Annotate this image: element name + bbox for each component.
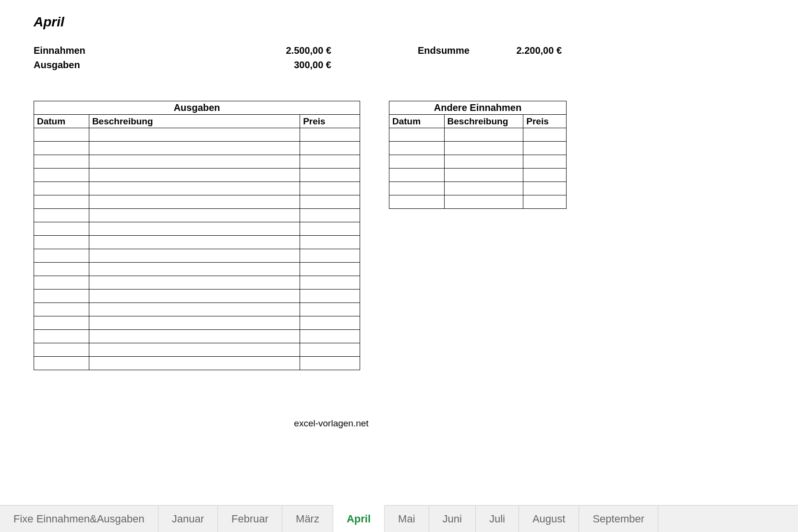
- cell-desc[interactable]: [89, 249, 300, 263]
- cell-date[interactable]: [34, 236, 89, 249]
- cell-price[interactable]: [300, 236, 360, 249]
- cell-date[interactable]: [389, 155, 445, 169]
- cell-price[interactable]: [300, 249, 360, 263]
- cell-price[interactable]: [300, 222, 360, 236]
- cell-desc[interactable]: [444, 195, 523, 209]
- tab-m-rz[interactable]: März: [282, 506, 333, 532]
- table-row[interactable]: [34, 128, 360, 142]
- cell-price[interactable]: [300, 357, 360, 370]
- table-row[interactable]: [34, 303, 360, 316]
- cell-date[interactable]: [34, 330, 89, 343]
- cell-price[interactable]: [523, 195, 567, 209]
- cell-desc[interactable]: [444, 142, 523, 155]
- cell-price[interactable]: [300, 276, 360, 290]
- cell-date[interactable]: [34, 343, 89, 357]
- tab-juli[interactable]: Juli: [476, 506, 519, 532]
- cell-price[interactable]: [300, 155, 360, 169]
- cell-date[interactable]: [34, 316, 89, 330]
- cell-price[interactable]: [300, 330, 360, 343]
- cell-price[interactable]: [300, 343, 360, 357]
- cell-date[interactable]: [389, 195, 445, 209]
- cell-desc[interactable]: [89, 209, 300, 222]
- cell-date[interactable]: [389, 169, 445, 182]
- cell-price[interactable]: [523, 142, 567, 155]
- table-row[interactable]: [389, 182, 567, 195]
- cell-desc[interactable]: [89, 182, 300, 195]
- cell-price[interactable]: [523, 128, 567, 142]
- cell-price[interactable]: [300, 316, 360, 330]
- cell-date[interactable]: [34, 290, 89, 303]
- table-row[interactable]: [34, 343, 360, 357]
- cell-desc[interactable]: [444, 169, 523, 182]
- cell-desc[interactable]: [444, 182, 523, 195]
- tab-april[interactable]: April: [333, 505, 385, 532]
- cell-date[interactable]: [34, 263, 89, 276]
- cell-desc[interactable]: [89, 343, 300, 357]
- tab-mai[interactable]: Mai: [385, 506, 429, 532]
- cell-date[interactable]: [389, 128, 445, 142]
- cell-date[interactable]: [34, 276, 89, 290]
- table-row[interactable]: [34, 276, 360, 290]
- table-row[interactable]: [34, 357, 360, 370]
- cell-desc[interactable]: [89, 155, 300, 169]
- cell-price[interactable]: [300, 169, 360, 182]
- cell-date[interactable]: [34, 182, 89, 195]
- cell-price[interactable]: [300, 209, 360, 222]
- cell-desc[interactable]: [89, 236, 300, 249]
- cell-price[interactable]: [300, 263, 360, 276]
- cell-date[interactable]: [34, 357, 89, 370]
- table-row[interactable]: [34, 236, 360, 249]
- table-row[interactable]: [34, 209, 360, 222]
- table-row[interactable]: [34, 249, 360, 263]
- cell-date[interactable]: [34, 155, 89, 169]
- cell-date[interactable]: [34, 128, 89, 142]
- table-row[interactable]: [34, 222, 360, 236]
- tab-februar[interactable]: Februar: [218, 506, 282, 532]
- table-row[interactable]: [34, 155, 360, 169]
- cell-price[interactable]: [523, 169, 567, 182]
- cell-desc[interactable]: [89, 303, 300, 316]
- tab-september[interactable]: September: [579, 506, 658, 532]
- cell-desc[interactable]: [89, 357, 300, 370]
- cell-desc[interactable]: [89, 128, 300, 142]
- cell-date[interactable]: [34, 142, 89, 155]
- table-row[interactable]: [34, 316, 360, 330]
- cell-desc[interactable]: [444, 155, 523, 169]
- cell-desc[interactable]: [444, 128, 523, 142]
- tab-juni[interactable]: Juni: [429, 506, 476, 532]
- table-row[interactable]: [34, 169, 360, 182]
- table-row[interactable]: [389, 128, 567, 142]
- tab-januar[interactable]: Januar: [158, 506, 218, 532]
- cell-price[interactable]: [300, 195, 360, 209]
- cell-price[interactable]: [300, 182, 360, 195]
- table-row[interactable]: [34, 142, 360, 155]
- tab-august[interactable]: August: [519, 506, 580, 532]
- cell-desc[interactable]: [89, 316, 300, 330]
- cell-desc[interactable]: [89, 195, 300, 209]
- table-row[interactable]: [34, 195, 360, 209]
- cell-desc[interactable]: [89, 142, 300, 155]
- cell-desc[interactable]: [89, 290, 300, 303]
- cell-price[interactable]: [523, 182, 567, 195]
- table-row[interactable]: [389, 169, 567, 182]
- table-row[interactable]: [34, 182, 360, 195]
- cell-price[interactable]: [300, 290, 360, 303]
- cell-desc[interactable]: [89, 169, 300, 182]
- table-row[interactable]: [389, 195, 567, 209]
- cell-desc[interactable]: [89, 263, 300, 276]
- cell-date[interactable]: [34, 195, 89, 209]
- tab-fixe-einnahmen-ausgaben[interactable]: Fixe Einnahmen&Ausgaben: [0, 506, 158, 532]
- cell-date[interactable]: [34, 249, 89, 263]
- table-row[interactable]: [34, 330, 360, 343]
- table-row[interactable]: [389, 142, 567, 155]
- table-row[interactable]: [34, 290, 360, 303]
- cell-date[interactable]: [34, 209, 89, 222]
- table-row[interactable]: [389, 155, 567, 169]
- cell-desc[interactable]: [89, 222, 300, 236]
- cell-price[interactable]: [300, 142, 360, 155]
- cell-date[interactable]: [34, 303, 89, 316]
- cell-date[interactable]: [34, 222, 89, 236]
- cell-price[interactable]: [300, 128, 360, 142]
- cell-price[interactable]: [300, 303, 360, 316]
- cell-date[interactable]: [389, 142, 445, 155]
